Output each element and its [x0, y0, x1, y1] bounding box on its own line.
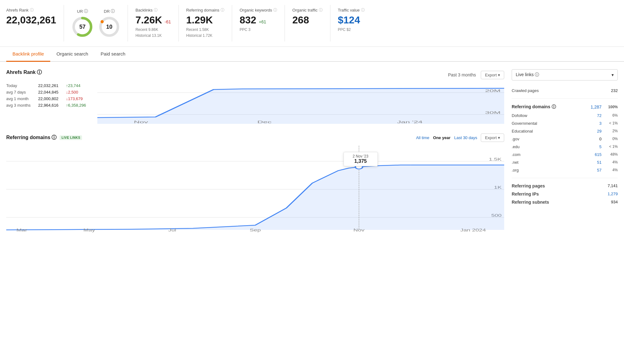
live-links-dropdown[interactable]: Live links ⓘ ▾ [512, 69, 618, 80]
rank-row-label: avg 1 month [6, 96, 32, 101]
svg-text:Mar: Mar [17, 228, 27, 232]
svg-text:Nov: Nov [134, 120, 148, 124]
referring-ips-label: Referring IPs [512, 192, 539, 197]
ahrefs-rank-chart-header: Ahrefs Rank ⓘ Past 3 months Export ▾ [6, 69, 504, 81]
divider-1 [512, 98, 618, 99]
live-links-badge: LIVE LINKS [60, 135, 82, 140]
tab-organic-search[interactable]: Organic search [50, 47, 95, 62]
referring-pages-value: 7,141 [607, 183, 618, 188]
backlinks-delta: -61 [165, 19, 171, 24]
dr-donut: DR ⓘ 10 [98, 8, 120, 38]
ahrefs-rank-section-info-icon[interactable]: ⓘ [37, 69, 42, 76]
referring-domains-info-icon[interactable]: ⓘ [221, 7, 224, 13]
referring-subnets-label: Referring subnets [512, 200, 549, 205]
tooltip-value: 1,375 [348, 158, 374, 164]
svg-text:Jul: Jul [168, 228, 176, 232]
organic-keywords-info-icon[interactable]: ⓘ [273, 7, 277, 13]
organic-keywords-delta: +61 [259, 19, 266, 24]
ur-info-icon[interactable]: ⓘ [84, 8, 88, 14]
metric-backlinks: Backlinks ⓘ 7.26K -61 Recent 9.86K Histo… [128, 5, 179, 41]
export-button-rank[interactable]: Export ▾ [481, 71, 504, 79]
time-link-last-30-days[interactable]: Last 30 days [454, 135, 477, 140]
right-panel: Live links ⓘ ▾ Crawled pages 232 Referri… [512, 69, 618, 234]
domain-rows: Dofollow726%Governmental3< 1%Educational… [512, 112, 618, 174]
rank-row-value: 22,044,845 [38, 90, 60, 95]
rank-chart-container: 20M 30M Nov Dec Jan '24 [97, 83, 504, 125]
rank-row-value: 22,964,616 [38, 103, 60, 108]
rank-row-delta: ↓173,679 [66, 96, 87, 101]
rank-row-value: 22,000,802 [38, 96, 60, 101]
ur-dr-group: UR ⓘ 57 DR ⓘ [64, 5, 128, 41]
backlinks-label: Backlinks [135, 8, 153, 12]
svg-text:1.5K: 1.5K [489, 157, 502, 161]
dr-donut-chart: 10 [98, 16, 120, 38]
time-link-one-year[interactable]: One year [433, 135, 451, 140]
rank-row-label: avg 7 days [6, 90, 32, 95]
referring-domains-label: Referring domains [186, 8, 219, 12]
domain-row: Educational292% [512, 127, 618, 135]
backlinks-sub1-label: Recent [135, 27, 147, 32]
svg-text:Nov: Nov [353, 228, 365, 232]
ref-domains-stat-value: 1,287 [591, 104, 602, 109]
export-button-ref-domains[interactable]: Export ▾ [481, 133, 504, 142]
time-link-all-time[interactable]: All time [416, 135, 429, 140]
ref-domains-header: Referring domains ⓘ LIVE LINKS All time … [6, 133, 504, 142]
crawled-pages-label: Crawled pages [512, 88, 539, 93]
ahrefs-rank-value: 22,032,261 [6, 15, 56, 26]
domain-row: .org574% [512, 166, 618, 174]
dr-value: 10 [106, 24, 112, 30]
ref-domains-stat-pct: 100% [607, 105, 618, 109]
chevron-down-icon-3: ▾ [612, 72, 614, 77]
live-links-info-icon[interactable]: ⓘ [535, 72, 539, 77]
ref-dom-stat-info-icon[interactable]: ⓘ [552, 104, 556, 109]
dr-label: DR [104, 9, 110, 14]
svg-text:Jan '24: Jan '24 [397, 120, 422, 124]
referring-pages-label: Referring pages [512, 183, 545, 188]
ur-donut-chart: 57 [71, 16, 93, 38]
ref-domains-title: Referring domains ⓘ [6, 134, 56, 141]
svg-text:Jan 2024: Jan 2024 [460, 228, 486, 232]
left-panel: Ahrefs Rank ⓘ Past 3 months Export ▾ Tod… [6, 69, 504, 234]
domain-row: .edu5< 1% [512, 143, 618, 151]
tooltip-date: 2 Nov '23 [348, 154, 374, 158]
chart-tooltip: 2 Nov '23 1,375 [344, 152, 378, 166]
domain-row: Governmental3< 1% [512, 119, 618, 127]
live-links-dropdown-label: Live links ⓘ [516, 72, 539, 78]
rank-section-body: Today22,032,261↑23,744avg 7 days22,044,8… [6, 83, 504, 125]
ahrefs-rank-section-title: Ahrefs Rank ⓘ [6, 69, 42, 76]
ref-domains-info-icon[interactable]: ⓘ [51, 134, 56, 141]
organic-traffic-value: 268 [292, 15, 323, 26]
tab-backlink-profile[interactable]: Backlink profile [6, 47, 50, 62]
ahrefs-rank-info-icon[interactable]: ⓘ [30, 7, 34, 13]
backlinks-sub2-label: Historical [135, 33, 151, 38]
ref-dom-sub2-label: Historical [186, 33, 202, 38]
crawled-pages-value: 232 [611, 88, 618, 93]
domain-row: Dofollow726% [512, 112, 618, 119]
ref-dom-sub1-label: Recent [186, 27, 198, 32]
metric-traffic-value: Traffic value ⓘ $124 PPC $2 [330, 5, 374, 41]
ref-domains-stat-header-row: Referring domains ⓘ 1,287 100% [512, 102, 618, 112]
dr-info-icon[interactable]: ⓘ [111, 8, 115, 14]
metric-organic-keywords: Organic keywords ⓘ 832 +61 PPC 3 [232, 5, 285, 41]
referring-domains-value: 1.29K [186, 15, 224, 26]
backlinks-info-icon[interactable]: ⓘ [154, 7, 158, 13]
referring-domains-section: Referring domains ⓘ LIVE LINKS All time … [6, 133, 504, 234]
referring-ips-row: Referring IPs 1,279 [512, 190, 618, 198]
rank-row-value: 22,032,261 [38, 83, 60, 88]
traffic-value-info-icon[interactable]: ⓘ [361, 7, 365, 13]
main-content: Ahrefs Rank ⓘ Past 3 months Export ▾ Tod… [0, 62, 624, 241]
org-kw-sub1-label: PPC [240, 27, 247, 32]
traffic-value-label: Traffic value [338, 8, 360, 12]
ahrefs-rank-section: Ahrefs Rank ⓘ Past 3 months Export ▾ Tod… [6, 69, 504, 125]
metric-ahrefs-rank: Ahrefs Rank ⓘ 22,032,261 [0, 5, 64, 41]
tab-paid-search[interactable]: Paid search [95, 47, 132, 62]
svg-text:Dec: Dec [257, 120, 272, 124]
domain-row: .net514% [512, 158, 618, 166]
metric-referring-domains: Referring domains ⓘ 1.29K Recent 1.58K H… [179, 5, 232, 41]
traffic-value-value: $124 [338, 15, 367, 26]
organic-traffic-info-icon[interactable]: ⓘ [319, 7, 323, 13]
referring-subnets-value: 934 [611, 200, 618, 204]
backlinks-sub1-value: 9.86K [149, 27, 158, 32]
referring-subnets-row: Referring subnets 934 [512, 198, 618, 206]
ur-value: 57 [79, 24, 85, 30]
